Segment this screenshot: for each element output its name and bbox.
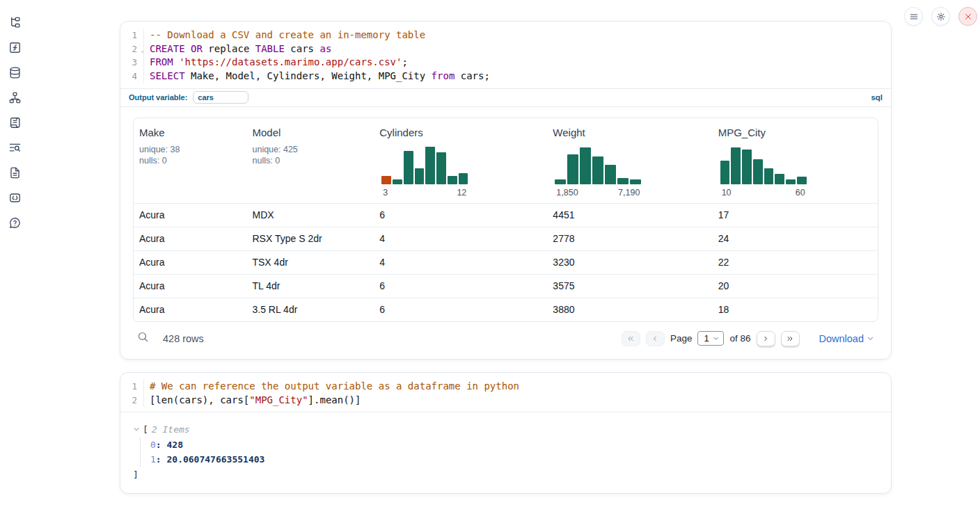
activity-sidebar <box>0 10 29 235</box>
first-page-button[interactable] <box>622 331 640 346</box>
document-icon[interactable] <box>2 160 27 185</box>
table-row[interactable]: AcuraRSX Type S 2dr4277824 <box>134 227 878 250</box>
database-icon[interactable] <box>2 60 27 85</box>
table-cell[interactable]: Acura <box>134 298 246 321</box>
file-tree-icon[interactable] <box>2 10 27 35</box>
scratchpad-scroll-icon[interactable] <box>2 110 27 135</box>
chevron-left-icon <box>651 335 659 343</box>
table-cell[interactable]: TSX 4dr <box>246 251 374 274</box>
tree-collapse-toggle[interactable] <box>133 422 143 437</box>
python-code-editor[interactable]: 1# We can reference the output variable … <box>120 373 891 412</box>
table-cell[interactable]: 6 <box>374 204 547 227</box>
histogram-bar[interactable] <box>393 179 402 184</box>
code-text: [len(cars), cars["MPG_City"].mean()] <box>144 394 361 408</box>
histogram-bar[interactable] <box>786 179 796 184</box>
function-square-icon[interactable] <box>2 35 27 60</box>
histogram-bar[interactable] <box>381 176 391 184</box>
code-line[interactable]: 4SELECT Make, Model, Cylinders, Weight, … <box>120 70 891 83</box>
table-cell[interactable]: TL 4dr <box>246 275 374 298</box>
tree-root: [ 2 Items <box>133 422 878 437</box>
next-page-button[interactable] <box>757 331 775 346</box>
histogram-bar[interactable] <box>448 176 457 184</box>
table-cell[interactable]: RSX Type S 2dr <box>246 227 374 250</box>
snippets-icon[interactable] <box>2 185 27 210</box>
column-histogram[interactable]: 1060 <box>720 145 807 198</box>
code-line[interactable]: 2[len(cars), cars["MPG_City"].mean()] <box>120 394 891 408</box>
histogram-bar[interactable] <box>567 154 578 184</box>
sql-code-editor[interactable]: 1-- Download a CSV and create an in-memo… <box>120 22 891 88</box>
table-cell[interactable]: Acura <box>134 204 246 227</box>
table-cell[interactable]: Acura <box>134 227 246 250</box>
prev-page-button[interactable] <box>646 331 665 346</box>
table-cell[interactable]: 17 <box>713 204 878 227</box>
table-cell[interactable]: 6 <box>374 275 547 298</box>
table-cell[interactable]: 3230 <box>547 251 712 274</box>
search-icon[interactable] <box>137 331 149 346</box>
histogram-axis: 1,8507,190 <box>555 188 641 198</box>
histogram-bar[interactable] <box>753 159 763 184</box>
last-page-button[interactable] <box>781 331 800 346</box>
histogram-bar[interactable] <box>605 165 616 184</box>
column-header[interactable]: Weight1,8507,190 <box>547 118 712 203</box>
column-header[interactable]: Modelunique: 425nulls: 0 <box>246 118 374 203</box>
histogram-bar[interactable] <box>720 161 730 184</box>
tree-open-bracket: [ <box>143 422 148 437</box>
dependency-graph-icon[interactable] <box>2 85 27 110</box>
code-line[interactable]: 1# We can reference the output variable … <box>120 380 891 394</box>
table-cell[interactable]: 22 <box>713 251 878 274</box>
histogram-bar[interactable] <box>630 179 641 184</box>
column-header[interactable]: Makeunique: 38nulls: 0 <box>134 118 246 203</box>
table-cell[interactable]: 6 <box>374 298 547 321</box>
histogram-bar[interactable] <box>797 177 807 184</box>
table-cell[interactable]: Acura <box>134 251 246 274</box>
table-cell[interactable]: 2778 <box>547 227 712 250</box>
table-row[interactable]: AcuraMDX6445117 <box>134 203 878 227</box>
table-cell[interactable]: 20 <box>713 275 878 298</box>
table-cell[interactable]: 3880 <box>547 298 712 321</box>
histogram-bar[interactable] <box>555 179 566 184</box>
histogram-bar[interactable] <box>425 147 435 184</box>
table-cell[interactable]: 18 <box>713 298 878 321</box>
histogram-bar[interactable] <box>580 147 591 184</box>
histogram-bar[interactable] <box>404 151 413 184</box>
logs-search-icon[interactable] <box>2 135 27 160</box>
code-line[interactable]: 1-- Download a CSV and create an in-memo… <box>120 29 891 42</box>
histogram-bar[interactable] <box>436 152 446 184</box>
tree-entry-key: 1 <box>150 454 156 465</box>
table-cell[interactable]: MDX <box>246 204 374 227</box>
help-icon[interactable] <box>2 210 27 235</box>
table-cell[interactable]: Acura <box>134 275 246 298</box>
table-cell[interactable]: 3.5 RL 4dr <box>246 298 374 321</box>
table-cell[interactable]: 4 <box>374 227 547 250</box>
tree-close-bracket: ] <box>133 467 878 483</box>
table-cell[interactable]: 4451 <box>547 204 712 227</box>
column-header[interactable]: Cylinders312 <box>374 118 547 203</box>
histogram-bar[interactable] <box>459 173 468 184</box>
table-row[interactable]: AcuraTSX 4dr4323022 <box>134 250 878 274</box>
code-text: -- Download a CSV and create an in-memor… <box>144 29 425 42</box>
histogram-bar[interactable] <box>592 156 603 184</box>
histogram-bar[interactable] <box>415 168 425 184</box>
column-histogram[interactable]: 1,8507,190 <box>555 145 641 198</box>
histogram-bar[interactable] <box>617 178 629 184</box>
download-button[interactable]: Download <box>819 333 875 344</box>
code-line[interactable]: 3FROM 'https://datasets.marimo.app/cars.… <box>120 56 891 70</box>
table-row[interactable]: Acura3.5 RL 4dr6388018 <box>134 298 878 321</box>
code-line[interactable]: 2⌄CREATE OR replace TABLE cars as <box>120 42 891 56</box>
histogram-bar[interactable] <box>764 168 774 184</box>
table-cell[interactable]: 4 <box>374 251 547 274</box>
histogram-bar[interactable] <box>742 150 752 184</box>
histogram-bar[interactable] <box>775 174 784 184</box>
column-histogram[interactable]: 312 <box>381 145 468 198</box>
table-cell[interactable]: 24 <box>713 227 878 250</box>
page-number-select[interactable]: 1 <box>697 331 724 346</box>
shutdown-button[interactable] <box>958 7 977 26</box>
table-cell[interactable]: 3575 <box>547 275 712 298</box>
menu-button[interactable] <box>904 7 923 26</box>
output-variable-input[interactable] <box>193 91 248 104</box>
settings-button[interactable] <box>931 7 950 26</box>
table-row[interactable]: AcuraTL 4dr6357520 <box>134 274 878 298</box>
column-header[interactable]: MPG_City1060 <box>713 118 878 203</box>
histogram-bar[interactable] <box>731 147 741 184</box>
language-badge[interactable]: sql <box>871 93 883 102</box>
